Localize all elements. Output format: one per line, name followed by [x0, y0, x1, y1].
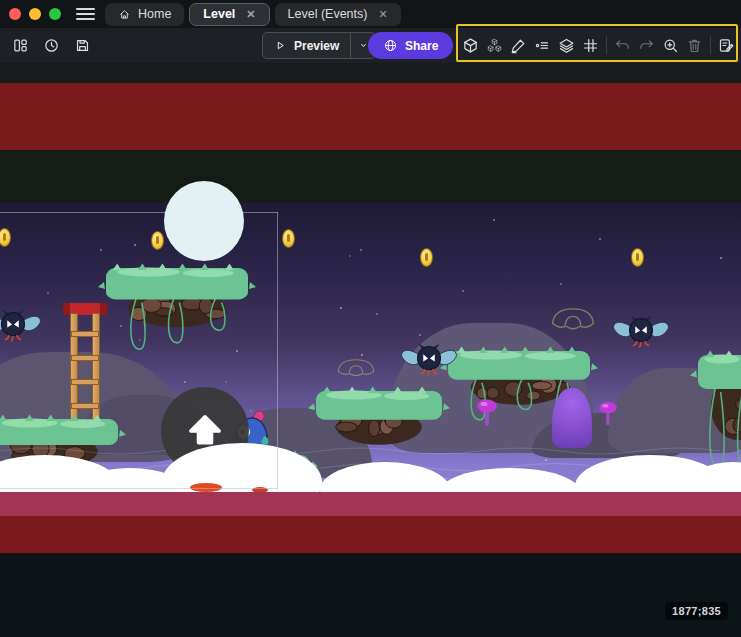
- trash-icon[interactable]: [686, 33, 703, 57]
- share-button[interactable]: Share: [368, 32, 453, 59]
- bottom-red-band: [0, 516, 741, 553]
- preview-button[interactable]: Preview: [263, 39, 350, 53]
- close-tab-icon[interactable]: ✕: [378, 8, 387, 21]
- bat-enemy[interactable]: [400, 340, 458, 382]
- tab-label: Home: [138, 7, 171, 21]
- menu-icon[interactable]: [76, 5, 95, 23]
- scene-window-border: [277, 212, 278, 489]
- tab-level-events[interactable]: Level (Events) ✕: [275, 3, 401, 26]
- tab-label: Level: [203, 7, 235, 21]
- project-manager-icon[interactable]: [8, 33, 32, 57]
- cursor-coordinates: 1877;835: [665, 602, 728, 620]
- scene-toolbar: [462, 33, 735, 57]
- preview-label: Preview: [294, 39, 339, 53]
- minimize-window-button[interactable]: [29, 8, 41, 20]
- redo-icon[interactable]: [638, 33, 655, 57]
- tab-label: Level (Events): [288, 7, 368, 21]
- ladder[interactable]: [63, 303, 107, 429]
- undo-icon[interactable]: [614, 33, 631, 57]
- bat-enemy[interactable]: [0, 306, 42, 348]
- island-platform[interactable]: [698, 350, 741, 450]
- home-icon: [118, 8, 131, 21]
- coin[interactable]: [282, 229, 295, 248]
- titlebar: Home Level ✕ Level (Events) ✕: [0, 0, 741, 28]
- canvas-bottom-area: [0, 553, 741, 637]
- moon[interactable]: [164, 181, 244, 261]
- coin[interactable]: [631, 248, 644, 267]
- preview-button-group: Preview: [262, 32, 376, 59]
- purple-bush: [552, 388, 592, 448]
- zoom-in-icon[interactable]: [662, 33, 679, 57]
- app-window: Home Level ✕ Level (Events) ✕ Preview: [0, 0, 741, 637]
- save-icon[interactable]: [70, 33, 94, 57]
- tab-home[interactable]: Home: [105, 3, 184, 26]
- coin[interactable]: [151, 231, 164, 250]
- tab-bar: Home Level ✕ Level (Events) ✕: [105, 3, 401, 26]
- island-platform[interactable]: [106, 263, 248, 333]
- outline-decoration[interactable]: [550, 303, 596, 333]
- mushroom: [596, 397, 620, 427]
- scene-properties-icon[interactable]: [718, 33, 735, 57]
- dark-forest-band: [0, 150, 741, 202]
- globe-icon: [383, 38, 398, 53]
- grid-icon[interactable]: [582, 33, 599, 57]
- object-groups-icon[interactable]: [486, 33, 503, 57]
- zoom-window-button[interactable]: [49, 8, 61, 20]
- scene-window-border: [0, 488, 278, 489]
- edit-icon[interactable]: [510, 33, 527, 57]
- canvas-top-strip: [0, 63, 741, 83]
- game-canvas[interactable]: 1877;835: [0, 63, 741, 637]
- toolbar-separator: [710, 36, 711, 54]
- objects-icon[interactable]: [462, 33, 479, 57]
- window-controls: [9, 8, 61, 20]
- mushroom: [474, 394, 500, 428]
- layers-icon[interactable]: [558, 33, 575, 57]
- bat-enemy[interactable]: [612, 312, 670, 354]
- top-red-band: [0, 83, 741, 150]
- bottom-pink-band: [0, 492, 741, 516]
- play-icon: [274, 39, 287, 52]
- history-icon[interactable]: [39, 33, 63, 57]
- toolbar: Preview Share: [0, 28, 741, 63]
- share-label: Share: [405, 39, 438, 53]
- tab-level[interactable]: Level ✕: [189, 3, 269, 26]
- coin[interactable]: [420, 248, 433, 267]
- outline-decoration[interactable]: [336, 355, 376, 379]
- instances-list-icon[interactable]: [534, 33, 551, 57]
- close-tab-icon[interactable]: ✕: [246, 8, 255, 21]
- close-window-button[interactable]: [9, 8, 21, 20]
- toolbar-separator: [606, 36, 607, 54]
